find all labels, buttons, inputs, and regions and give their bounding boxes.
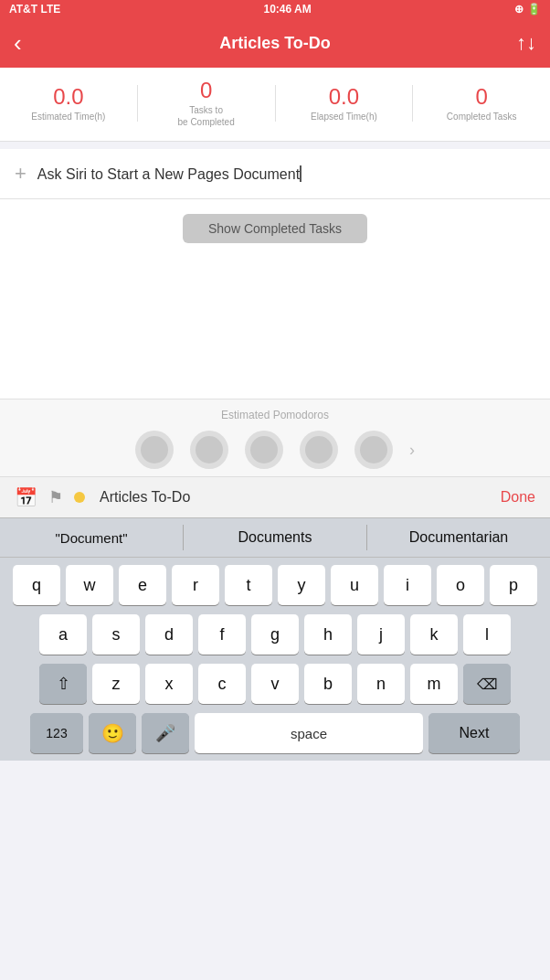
shift-key[interactable]: ⇧ [39, 664, 87, 704]
task-input-text: Ask Siri to Start a New Pages Document [37, 165, 535, 183]
next-key[interactable]: Next [428, 713, 520, 753]
text-cursor [300, 165, 301, 182]
key-b[interactable]: b [304, 664, 352, 704]
key-d[interactable]: d [145, 614, 193, 655]
key-a[interactable]: a [39, 614, 87, 655]
key-r[interactable]: r [172, 565, 219, 605]
key-p[interactable]: p [490, 565, 537, 605]
stat-label-2: Elapsed Time(h) [311, 111, 377, 122]
key-n[interactable]: n [357, 664, 405, 704]
battery-icon: 🔋 [527, 3, 541, 16]
task-text-content: Ask Siri to Start a New Pages Document [37, 166, 300, 182]
stat-value-1: 0 [200, 79, 212, 102]
autocomplete-bar: "Document" Documents Documentarian [0, 517, 550, 558]
key-l[interactable]: l [463, 614, 511, 655]
key-j[interactable]: j [357, 614, 405, 655]
pomo-circle-3[interactable] [245, 431, 283, 469]
pomo-circle-1[interactable] [135, 431, 174, 469]
project-color-dot [74, 492, 85, 503]
stat-label-0: Estimated Time(h) [31, 111, 105, 122]
pomo-circle-2[interactable] [190, 431, 228, 469]
key-x[interactable]: x [145, 664, 193, 704]
pomodoro-chevron-icon[interactable]: › [409, 441, 415, 460]
keyboard-row-2: a s d f g h j k l [4, 614, 546, 655]
key-v[interactable]: v [251, 664, 299, 704]
status-bar-right: ⊕ 🔋 [514, 3, 541, 16]
key-q[interactable]: q [13, 565, 60, 605]
pomodoro-circles: › [0, 431, 550, 469]
stat-tasks-to-complete: 0 Tasks to be Completed [138, 79, 275, 128]
nav-title: Articles To-Do [50, 34, 500, 53]
autocomplete-item-1[interactable]: Documents [184, 518, 366, 557]
emoji-key[interactable]: 🙂 [89, 713, 136, 753]
autocomplete-item-0[interactable]: "Document" [0, 518, 183, 557]
carrier-text: AT&T LTE [9, 3, 60, 16]
key-y[interactable]: y [278, 565, 325, 605]
pomodoro-label: Estimated Pomodoros [0, 409, 550, 421]
keyboard-row-3: ⇧ z x c v b n m ⌫ [4, 664, 546, 704]
context-project-name: Articles To-Do [100, 489, 190, 506]
wifi-icon: ⊕ [514, 3, 524, 16]
calendar-icon[interactable]: 📅 [15, 486, 37, 508]
pomo-circle-4[interactable] [300, 431, 338, 469]
stat-label-3: Completed Tasks [447, 111, 517, 122]
back-button[interactable]: ‹ [14, 29, 50, 58]
keyboard-bottom-row: 123 🙂 🎤 space Next [4, 713, 546, 753]
key-u[interactable]: u [331, 565, 378, 605]
pomodoro-section: Estimated Pomodoros › [0, 399, 550, 476]
show-completed-button[interactable]: Show Completed Tasks [183, 214, 367, 243]
nav-bar: ‹ Articles To-Do ↑↓ [0, 18, 550, 68]
stat-estimated-time: 0.0 Estimated Time(h) [0, 85, 137, 122]
key-e[interactable]: e [119, 565, 166, 605]
stat-elapsed-time: 0.0 Elapsed Time(h) [276, 85, 413, 122]
delete-key[interactable]: ⌫ [463, 664, 511, 704]
key-t[interactable]: t [225, 565, 272, 605]
key-m[interactable]: m [410, 664, 458, 704]
key-h[interactable]: h [304, 614, 352, 655]
empty-task-area [0, 261, 550, 399]
flag-icon[interactable]: ⚑ [48, 487, 63, 507]
stats-row: 0.0 Estimated Time(h) 0 Tasks to be Comp… [0, 68, 550, 142]
mic-key[interactable]: 🎤 [142, 713, 189, 753]
status-bar-left: AT&T LTE [9, 3, 60, 16]
key-s[interactable]: s [92, 614, 140, 655]
key-w[interactable]: w [66, 565, 113, 605]
stat-value-3: 0 [475, 85, 487, 109]
key-f[interactable]: f [198, 614, 246, 655]
stat-value-2: 0.0 [329, 85, 359, 109]
numbers-key[interactable]: 123 [30, 713, 83, 753]
status-bar: AT&T LTE 10:46 AM ⊕ 🔋 [0, 0, 550, 18]
task-input-row[interactable]: + Ask Siri to Start a New Pages Document [0, 149, 550, 199]
key-k[interactable]: k [410, 614, 458, 655]
key-o[interactable]: o [437, 565, 484, 605]
stat-label-1: Tasks to be Completed [177, 104, 234, 128]
space-key[interactable]: space [195, 713, 423, 753]
key-c[interactable]: c [198, 664, 246, 704]
context-bar: 📅 ⚑ Articles To-Do Done [0, 476, 550, 517]
done-button[interactable]: Done [501, 489, 535, 506]
stat-completed-tasks: 0 Completed Tasks [413, 85, 550, 122]
context-left: 📅 ⚑ Articles To-Do [15, 486, 190, 508]
key-z[interactable]: z [92, 664, 140, 704]
pomo-circle-5[interactable] [354, 431, 393, 469]
key-g[interactable]: g [251, 614, 299, 655]
key-i[interactable]: i [384, 565, 431, 605]
keyboard-row-1: q w e r t y u i o p [4, 565, 546, 605]
show-completed-section: Show Completed Tasks [0, 199, 550, 261]
keyboard: q w e r t y u i o p a s d f g h j k l ⇧ … [0, 558, 550, 761]
status-bar-time: 10:46 AM [263, 3, 311, 16]
stat-value-0: 0.0 [53, 85, 83, 109]
add-task-icon: + [15, 162, 26, 186]
sort-button[interactable]: ↑↓ [500, 31, 536, 55]
autocomplete-item-2[interactable]: Documentarian [367, 518, 550, 557]
